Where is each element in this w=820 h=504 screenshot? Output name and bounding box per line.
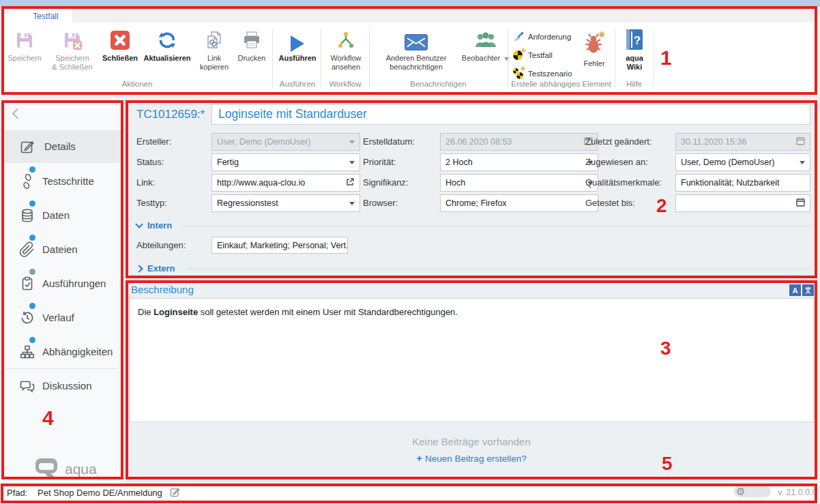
save-and-close-button[interactable]: Speichern & Schließen — [48, 26, 97, 72]
paperclip-icon — [19, 241, 35, 261]
annotation-number-4: 4 — [42, 408, 54, 428]
view-workflow-button[interactable]: Workflow ansehen — [324, 26, 368, 72]
signifikanz-dropdown[interactable]: Hoch — [440, 174, 598, 192]
ersteller-dropdown: User, Demo (DemoUser) — [211, 133, 360, 151]
create-defect-button[interactable]: Fehler — [577, 27, 611, 68]
calendar-icon — [796, 136, 805, 147]
aqua-logo-icon — [34, 457, 60, 481]
aqua-logo: aqua — [34, 457, 97, 481]
browser-input[interactable]: Chrome; Firefox — [440, 194, 598, 212]
external-link-icon[interactable] — [345, 177, 355, 189]
zuletzt-geaendert-field: 30.11.2020 15:36 — [675, 133, 810, 151]
description-header: Beschreibung — [131, 284, 194, 295]
history-icon — [19, 310, 35, 329]
ribbon-tab-strip — [4, 9, 815, 23]
gear-icon[interactable]: ⚙ — [736, 485, 745, 498]
link-input[interactable]: http://www.aqua-clou.io — [211, 174, 360, 192]
aqua-logo-text: aqua — [65, 461, 97, 477]
chevron-right-icon — [135, 265, 143, 272]
window-titlebar — [0, 0, 820, 7]
refresh-button[interactable]: Aktualisieren — [141, 26, 194, 63]
create-testscenario-button[interactable]: Testszenario — [513, 68, 572, 79]
testcase-title-input[interactable]: Loginseite mit Standarduser — [211, 104, 810, 125]
wiki-book-icon: ? — [626, 29, 643, 52]
field-label: Getestet bis: — [585, 198, 635, 208]
sidebar-collapse-button[interactable] — [14, 108, 27, 121]
zugewiesen-dropdown[interactable]: User, Demo (DemoUser) — [675, 153, 810, 171]
section-extern[interactable]: Extern — [136, 263, 175, 273]
annotation-number-2: 2 — [656, 196, 667, 216]
field-label: Erstelldatum: — [363, 136, 415, 147]
chevron-down-icon — [800, 161, 805, 164]
calendar-icon[interactable] — [796, 198, 805, 209]
bug-icon — [582, 30, 606, 57]
create-testcase-button[interactable]: Testfall — [513, 50, 553, 61]
tab-testfall[interactable]: Testfall — [19, 9, 72, 23]
link-pages-icon — [204, 30, 224, 52]
save-button[interactable]: Speichern — [4, 26, 45, 63]
section-line — [183, 226, 810, 226]
field-label: Signifikanz: — [363, 177, 408, 188]
description-text-bold: Loginseite — [153, 307, 198, 317]
group-label-workflow: Workflow — [323, 80, 368, 88]
watchers-button[interactable]: Beobachter — [460, 26, 512, 63]
notify-user-button[interactable]: Anderen Benutzer benachrichtigen — [375, 26, 458, 72]
sidebar-item-ausfuehrungen[interactable]: Ausführungen — [0, 267, 125, 300]
field-label: Ersteller: — [136, 136, 171, 147]
field-label: Abteilungen: — [136, 240, 186, 250]
aqua-wiki-button[interactable]: ? aqua Wiki — [618, 26, 651, 72]
annotation-number-5: 5 — [662, 454, 673, 473]
testtyp-dropdown[interactable]: Regressionstest — [211, 194, 360, 212]
edit-path-icon[interactable] — [169, 486, 181, 501]
copy-link-button[interactable]: Link kopieren — [198, 26, 231, 72]
path-label: Pfad: — [7, 488, 27, 498]
sidebar-item-testschritte[interactable]: Testschritte — [0, 165, 125, 198]
create-requirement-button[interactable]: Anforderung — [513, 31, 571, 42]
workflow-icon — [336, 30, 356, 52]
section-line — [186, 269, 810, 269]
ribbon-tab-strip-left — [4, 9, 19, 23]
badge-dot — [29, 166, 35, 173]
create-post-link[interactable]: +Neuen Beitrag erstellen? — [126, 452, 817, 464]
run-button[interactable]: Ausführen — [276, 26, 319, 63]
close-button[interactable]: Schließen — [100, 26, 141, 63]
badge-dot — [29, 235, 35, 241]
sidebar-item-abhaengigkeiten[interactable]: Abhängigkeiten — [0, 336, 125, 368]
footsteps-icon — [19, 173, 35, 192]
group-label-aktionen: Aktionen — [4, 80, 270, 88]
chevron-down-icon — [349, 140, 355, 144]
database-icon — [19, 207, 35, 226]
sidebar-item-details[interactable]: Details — [2, 130, 123, 163]
qualitaetsmerkmale-input[interactable]: Funktionalität; Nutzbarkeit — [675, 174, 810, 192]
translate-icon[interactable] — [802, 284, 814, 296]
group-label-ausfuehren: Ausführen — [276, 80, 319, 88]
abteilungen-input[interactable]: Einkauf; Marketing; Personal; Vert... — [211, 237, 348, 254]
getestet-bis-field[interactable] — [675, 194, 810, 212]
chevron-left-icon — [12, 108, 23, 119]
spellcheck-icon[interactable]: A — [789, 284, 801, 296]
sidebar-item-daten[interactable]: Daten — [0, 199, 125, 232]
status-dropdown[interactable]: Fertig — [211, 153, 360, 171]
field-label: Zugewiesen an: — [585, 157, 648, 167]
print-button[interactable]: Drucken — [233, 26, 271, 63]
erstelldatum-field: 26.06.2020 08:53 — [440, 133, 598, 151]
description-text: Die Loginseite soll getestet werden mit … — [138, 307, 458, 317]
testcase-icon — [513, 50, 524, 61]
section-intern[interactable]: Intern — [136, 220, 172, 231]
field-label: Qualitätsmerkmale: — [585, 177, 662, 188]
sidebar-divider — [5, 368, 117, 369]
prioritaet-dropdown[interactable]: 2 Hoch — [440, 153, 598, 171]
testscenario-icon — [513, 68, 524, 79]
field-label: Browser: — [363, 198, 398, 208]
testcase-id: TC1012659:* — [136, 108, 205, 121]
sidebar-item-dateien[interactable]: Dateien — [0, 233, 125, 266]
sidebar-item-verlauf[interactable]: Verlauf — [0, 301, 125, 334]
group-label-hilfe: Hilfe — [615, 80, 654, 88]
printer-icon — [241, 30, 262, 52]
svg-text:?: ? — [634, 34, 641, 47]
annotation-number-3: 3 — [660, 339, 671, 358]
clipboard-check-icon — [19, 276, 35, 295]
sidebar-item-diskussion[interactable]: Diskussion — [0, 370, 125, 402]
close-icon — [110, 30, 130, 52]
badge-dot — [29, 201, 35, 207]
